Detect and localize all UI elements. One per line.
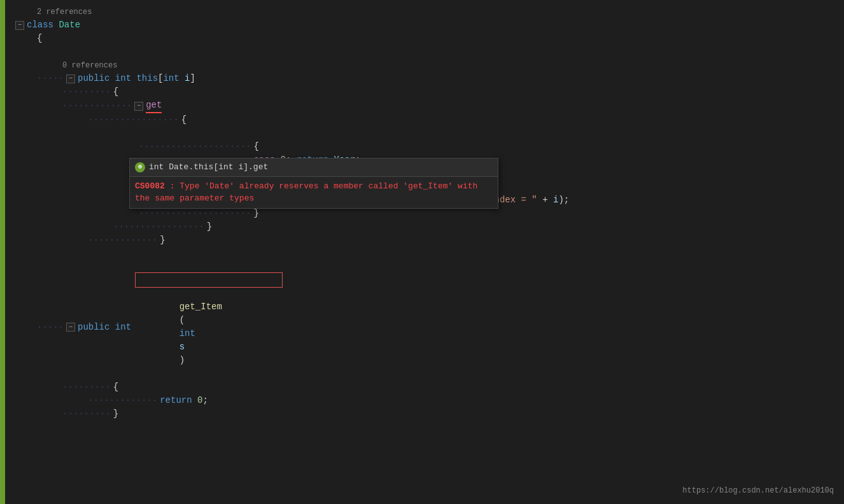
switch-close-brace: ····················· } <box>5 207 844 220</box>
code-area: 2 references − class Date { 0 references… <box>5 0 844 504</box>
method-close-brace: ········· } <box>5 407 844 421</box>
tooltip-type-icon: ⊕ <box>135 162 145 172</box>
ref-label-0b <box>5 260 844 274</box>
get-open-brace: ················· { <box>5 113 844 127</box>
tooltip-popup: ⊕ int Date.this[int i].get CS0082 : Type… <box>129 158 498 209</box>
indexer-decl-line: ····· − public int this [ int i ] <box>5 72 844 85</box>
blank-2 <box>5 127 844 140</box>
left-bar <box>0 0 5 504</box>
collapse-class[interactable]: − <box>15 21 24 30</box>
return-zero-line: ············· return 0 ; <box>5 394 844 407</box>
switch-open-brace: ····················· { <box>5 140 844 153</box>
tooltip-error-text: : Type 'Date' already reserves a member … <box>135 181 477 204</box>
get-item-method: get_Item <box>179 302 222 312</box>
blank-1 <box>5 45 844 59</box>
collapse-indexer[interactable]: − <box>66 74 75 83</box>
method-decl-line: ····· − public int get_Item ( int s ) <box>5 274 844 381</box>
blank-3 <box>5 247 844 260</box>
tooltip-signature: int Date.this[int i].get <box>149 161 268 174</box>
ref-label-2: 2 references <box>5 5 844 18</box>
editor: 2 references − class Date { 0 references… <box>0 0 844 504</box>
class-open-brace: { <box>5 32 844 45</box>
tooltip-header: ⊕ int Date.this[int i].get <box>130 158 498 177</box>
tooltip-error: CS0082 : Type 'Date' already reserves a … <box>130 177 498 208</box>
method-open-brace: ········· { <box>5 381 844 394</box>
get-close-brace: ················· } <box>5 220 844 234</box>
class-decl-line: − class Date <box>5 18 844 32</box>
tooltip-error-code: CS0082 <box>135 181 165 191</box>
url-label: https://blog.csdn.net/alexhu2010q <box>682 485 834 496</box>
collapse-get[interactable]: − <box>134 102 143 111</box>
get-keyword-line: ············· − get <box>5 99 844 113</box>
ref-label-0a: 0 references <box>5 59 844 72</box>
collapse-method[interactable]: − <box>66 323 75 332</box>
indexer-open-brace: ········· { <box>5 85 844 99</box>
indexer-close-brace: ············· } <box>5 234 844 247</box>
